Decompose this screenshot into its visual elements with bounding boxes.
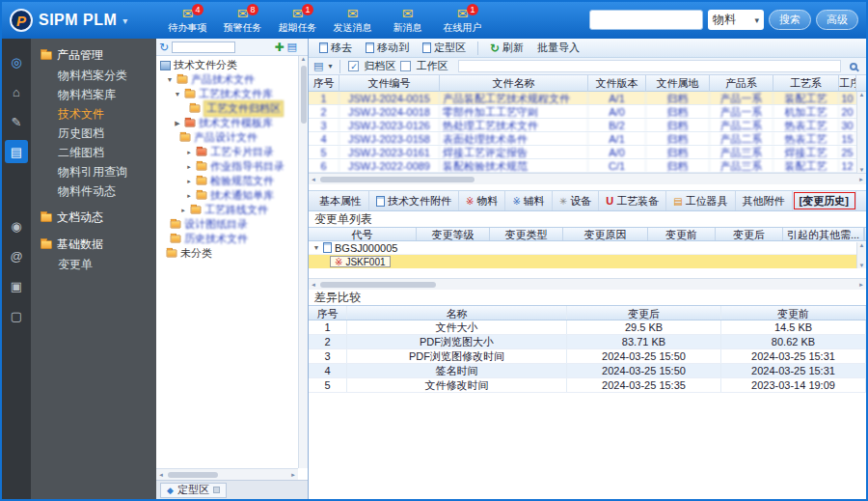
advanced-button[interactable]: 高级 (816, 10, 858, 30)
tree-node-unclassified[interactable]: 未分类 (156, 246, 298, 261)
scroll-up-arrow[interactable]: ▲ (301, 56, 307, 62)
search-category-select[interactable]: 物料 ▾ (708, 10, 764, 30)
batch-import-button[interactable]: 批量导入 (532, 40, 584, 57)
column-header[interactable]: 变更原因 (563, 228, 648, 240)
nav-online-users[interactable]: ✉ 1 在线用户 (435, 2, 490, 39)
column-header[interactable]: 变更等级 (417, 228, 490, 240)
tree-node[interactable]: ▸ 作业指导书目录 (156, 159, 298, 174)
refresh-button[interactable]: ↻ 刷新 (485, 40, 529, 57)
column-header[interactable]: 产品系 (710, 75, 773, 91)
column-header[interactable]: 变更前 (648, 228, 716, 240)
table-row[interactable]: 5 JSWJ-2023-0161 焊接工艺评定报告 A/0 归档 产品三系 焊接… (309, 146, 866, 159)
monitor-icon[interactable]: ▢ (5, 304, 28, 327)
twist-icon[interactable]: ▸ (185, 192, 193, 200)
column-header[interactable]: 序号 (309, 75, 339, 91)
tree-v-scrollbar[interactable]: ▲ (298, 56, 308, 468)
column-header[interactable]: 工艺系 (773, 75, 839, 91)
scroll-left-arrow[interactable]: ◄ (158, 472, 164, 478)
archive-zone-checkbox[interactable]: ✓ (348, 61, 359, 71)
column-header[interactable]: 变更前 (721, 306, 866, 320)
sidebar-item-change-order[interactable]: 变更单 (31, 255, 156, 274)
tree-node[interactable]: ▼ 产品技术文件 (156, 72, 298, 87)
twist-icon[interactable]: ▼ (174, 91, 181, 97)
search-button[interactable]: 搜索 (769, 10, 811, 30)
tree-node[interactable]: 历史技术文件 (156, 232, 298, 246)
scroll-thumb[interactable] (168, 472, 218, 478)
global-search-input[interactable] (589, 10, 703, 30)
sidebar-item-material-categories[interactable]: 物料档案分类 (31, 66, 156, 85)
sidebar-item-2d-drawings[interactable]: 二维图档 (31, 143, 156, 162)
tab-materials[interactable]: ※ 物料 (459, 191, 505, 210)
nav-todo[interactable]: ✉ 4 待办事项 (160, 2, 215, 39)
edit-icon[interactable]: ✎ (5, 110, 28, 133)
magnifier-icon[interactable] (850, 63, 857, 70)
database-icon[interactable]: ▤ (5, 140, 28, 163)
sidebar-item-tech-files[interactable]: 技术文件 (31, 104, 156, 124)
scroll-thumb[interactable] (301, 66, 307, 124)
table-filter-input[interactable] (458, 60, 841, 72)
at-icon[interactable]: @ (5, 244, 28, 267)
tab-process-equipment[interactable]: U 工艺装备 (599, 191, 666, 210)
tab-other-attachments[interactable]: 其他附件 (736, 191, 793, 210)
column-header[interactable]: 序号 (309, 306, 347, 320)
nav-overdue-tasks[interactable]: ✉ 1 超期任务 (270, 2, 325, 39)
tree-node[interactable]: ▸ 工艺卡片目录 (156, 145, 298, 159)
tree-node[interactable]: ▸ 工艺路线文件 (156, 203, 298, 217)
view-caret-icon[interactable]: ▾ (328, 62, 332, 70)
sidebar-item-material-activity[interactable]: 物料件动态 (31, 181, 156, 201)
column-header[interactable]: 名称 (347, 306, 567, 320)
table-v-scrollbar[interactable]: ▲ ▼ (856, 92, 866, 173)
scroll-up-arrow[interactable]: ▲ (859, 92, 865, 97)
change-order-chip[interactable]: ※ JSKF001 (330, 256, 391, 267)
column-header[interactable]: 代号 (309, 228, 417, 240)
remove-button[interactable]: 移去 (314, 40, 357, 57)
scroll-right-arrow[interactable]: ► (290, 472, 296, 478)
change-order-row[interactable]: ▼ BGSJ000005 (309, 241, 866, 255)
sidebar-item-material-archive[interactable]: 物料档案库 (31, 85, 156, 104)
tab-basic-properties[interactable]: 基本属性 (312, 191, 369, 210)
sidebar-section-doc-activity[interactable]: 文档动态 (31, 207, 156, 228)
finalize-zone-button[interactable]: 定型区 (418, 40, 471, 57)
tree-node[interactable]: 产品设计文件 (156, 130, 298, 145)
table-h-scrollbar[interactable]: ◄ ► (309, 173, 866, 184)
change-order-child-row[interactable]: ※ JSKF001 (309, 255, 866, 268)
twist-icon[interactable]: ▶ (174, 120, 181, 127)
app-logo[interactable]: P SIPM PLM ▾ (2, 9, 149, 32)
twist-icon[interactable]: ▼ (166, 76, 174, 83)
move-to-button[interactable]: 移动到 (361, 40, 414, 57)
table-row[interactable]: 6 JSWJ-2022-0089 装配检验技术规范 C/1 归档 产品三系 装配… (309, 159, 866, 173)
scroll-thumb[interactable] (320, 177, 475, 182)
work-zone-checkbox[interactable] (400, 61, 411, 71)
tree-node[interactable]: 设计图纸目录 (156, 217, 298, 232)
column-header[interactable]: 文件名称 (440, 75, 588, 91)
change-v-scrollbar[interactable]: ▲ ▼ (856, 242, 866, 268)
nav-alert-tasks[interactable]: ✉ 8 预警任务 (215, 2, 270, 39)
tree-refresh-icon[interactable]: ↻ (159, 41, 169, 54)
scroll-left-arrow[interactable]: ◄ (311, 282, 316, 288)
diff-row[interactable]: 1 文件大小 29.5 KB 14.5 KB (309, 320, 866, 335)
sidebar-item-material-usage-query[interactable]: 物料引用查询 (31, 162, 156, 181)
column-header[interactable]: 引起的其他需... (783, 228, 864, 240)
sidebar-section-product[interactable]: 产品管理 (31, 44, 156, 66)
scroll-left-arrow[interactable]: ◄ (311, 177, 316, 182)
table-row[interactable]: 4 JSWJ-2023-0158 表面处理技术条件 A/1 归档 产品二系 热表… (309, 132, 866, 146)
book-icon[interactable]: ▣ (5, 274, 28, 297)
tree-add-icon[interactable]: ✚ (275, 41, 285, 54)
tree-root[interactable]: 技术文件分类 (156, 58, 298, 72)
globe-icon[interactable]: ◉ (5, 214, 28, 237)
tree-grid-icon[interactable]: ▤ (287, 41, 297, 53)
tree-filter-input[interactable] (172, 42, 235, 53)
sidebar-item-history-drawings[interactable]: 历史图档 (31, 124, 156, 143)
twist-icon[interactable]: ▸ (185, 149, 193, 156)
twist-icon[interactable]: ▼ (312, 244, 320, 251)
tab-tech-file-attachments[interactable]: 技术文件附件 (369, 191, 459, 210)
sidebar-section-base-data[interactable]: 基础数据 (31, 234, 156, 255)
tree-node[interactable]: ▼ 工艺技术文件库 (156, 87, 298, 101)
twist-icon[interactable]: ▸ (179, 207, 187, 214)
column-header[interactable]: 变更后 (716, 228, 783, 240)
home-icon[interactable]: ⌂ (5, 80, 28, 103)
finalize-zone-tab[interactable]: ◆ 定型区 (160, 483, 227, 498)
column-header[interactable]: 变更后 (567, 306, 721, 320)
table-row[interactable]: 3 JSWJ-2023-0126 热处理工艺技术文件 B/2 归档 产品二系 热… (309, 119, 866, 132)
diff-row[interactable]: 4 签名时间 2024-03-25 15:50 2024-03-25 15:31 (309, 364, 866, 378)
